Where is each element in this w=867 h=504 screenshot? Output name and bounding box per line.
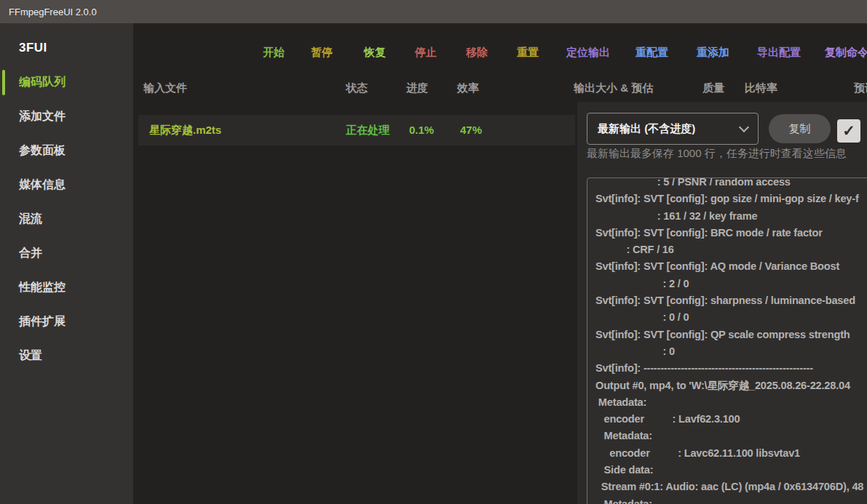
log-line: Svt[info]: -----------------------------… <box>595 360 867 377</box>
log-output-box[interactable]: : 5 / PSNR / random access Svt[info]: SV… <box>587 177 867 504</box>
log-line: Metadata: <box>595 394 867 411</box>
main-content: 开始 暂停 恢复 停止 移除 重置 定位输出 重配置 重添加 导出配置 复制命令… <box>133 23 867 504</box>
queue-row[interactable]: 星际穿越.m2ts 正在处理 0.1% 47% <box>138 115 575 145</box>
locate-output-button[interactable]: 定位输出 <box>566 45 610 60</box>
sidebar-item-settings[interactable]: 设置 <box>0 339 133 373</box>
log-lines: : 5 / PSNR / random access Svt[info]: SV… <box>595 177 867 504</box>
sidebar-item-label: 编码队列 <box>19 75 66 90</box>
sidebar-item-mux[interactable]: 混流 <box>0 202 133 236</box>
stop-button[interactable]: 停止 <box>415 45 437 60</box>
log-line: Svt[info]: SVT [config]: BRC mode / rate… <box>595 225 867 241</box>
log-line: : 0 <box>595 343 867 360</box>
log-line: Side data: <box>595 462 867 479</box>
pause-button[interactable]: 暂停 <box>311 45 333 60</box>
log-line: : 161 / 32 / key frame <box>595 208 867 225</box>
sidebar-item-performance-monitor[interactable]: 性能监控 <box>0 271 133 305</box>
row-progress: 0.1% <box>409 124 434 137</box>
re-add-button[interactable]: 重添加 <box>697 45 729 60</box>
sidebar-item-plugin-extensions[interactable]: 插件扩展 <box>0 305 133 339</box>
column-header-output-size: 输出大小 & 预估 <box>574 81 653 95</box>
log-line: Svt[info]: SVT [config]: QP scale compre… <box>595 327 867 343</box>
active-indicator-bar <box>2 70 5 95</box>
log-hint-text: 最新输出最多保存 1000 行，任务进行时查看这些信息 <box>587 147 847 161</box>
log-line: : CRF / 16 <box>595 241 867 258</box>
app-body: 3FUI 编码队列 添加文件 参数面板 媒体信息 混流 合并 性能监控 <box>0 23 867 504</box>
sidebar-item-label: 媒体信息 <box>19 177 66 193</box>
log-line: : 5 / PSNR / random access <box>595 177 867 191</box>
output-mode-value: 最新输出 (不含进度) <box>598 122 740 136</box>
log-line: encoder : Lavf62.3.100 <box>595 411 867 428</box>
row-input-filename: 星际穿越.m2ts <box>149 124 221 137</box>
sidebar-item-label: 合并 <box>19 246 42 261</box>
reconfigure-button[interactable]: 重配置 <box>636 45 668 60</box>
log-line: Svt[info]: SVT [config]: AQ mode / Varia… <box>595 258 867 275</box>
log-line: Output #0, mp4, to 'W:\星际穿越_2025.08.26-2… <box>595 377 867 394</box>
checkmark-icon: ✓ <box>842 122 855 140</box>
app-logo: 3FUI <box>0 23 133 55</box>
column-header-progress: 进度 <box>406 81 428 95</box>
sidebar-item-parameter-panel[interactable]: 参数面板 <box>0 134 133 168</box>
output-mode-select[interactable]: 最新输出 (不含进度) <box>587 113 759 145</box>
column-header-quality: 质量 <box>702 81 724 95</box>
log-line: Stream #0:1: Audio: aac (LC) (mp4a / 0x6… <box>595 479 867 495</box>
sidebar-item-label: 添加文件 <box>19 109 66 124</box>
sidebar-item-label: 设置 <box>19 348 42 364</box>
sidebar-item-add-files[interactable]: 添加文件 <box>0 100 133 134</box>
sidebar-item-label: 插件扩展 <box>19 314 66 329</box>
window-title: FFmpegFreeUI 2.0.0 <box>9 7 97 17</box>
sidebar-item-encode-queue[interactable]: 编码队列 <box>0 65 133 100</box>
resume-button[interactable]: 恢复 <box>364 45 386 60</box>
log-line: : 2 / 0 <box>595 276 867 292</box>
row-efficiency: 47% <box>460 124 482 137</box>
log-line: Metadata: <box>595 496 867 504</box>
window-titlebar: FFmpegFreeUI 2.0.0 <box>0 0 867 23</box>
sidebar-item-label: 参数面板 <box>19 143 66 159</box>
log-line: encoder : Lavc62.11.100 libsvtav1 <box>595 445 867 462</box>
log-line: Metadata: <box>595 428 867 444</box>
sidebar-nav: 编码队列 添加文件 参数面板 媒体信息 混流 合并 性能监控 插件扩展 <box>0 65 133 373</box>
sidebar-item-label: 混流 <box>19 212 42 227</box>
row-status: 正在处理 <box>346 124 389 137</box>
log-line: Svt[info]: SVT [config]: gop size / mini… <box>595 191 867 207</box>
output-panel: 最新输出 (不含进度) 复制 ✓ 最新输出最多保存 1000 行，任务进行时查看… <box>577 102 867 504</box>
start-button[interactable]: 开始 <box>263 45 285 60</box>
remove-button[interactable]: 移除 <box>466 45 488 60</box>
copy-command-button[interactable]: 复制命令 <box>825 45 867 60</box>
sidebar-item-merge[interactable]: 合并 <box>0 236 133 271</box>
log-line: : 0 / 0 <box>595 309 867 326</box>
log-line: Svt[info]: SVT [config]: sharpness / lum… <box>595 292 867 309</box>
reset-button[interactable]: 重置 <box>517 45 539 60</box>
sidebar-item-media-info[interactable]: 媒体信息 <box>0 168 133 202</box>
chevron-down-icon <box>739 121 749 132</box>
copy-log-button[interactable]: 复制 <box>769 114 831 143</box>
column-header-efficiency: 效率 <box>457 81 479 95</box>
export-config-button[interactable]: 导出配置 <box>757 45 801 60</box>
autoscroll-checkbox[interactable]: ✓ <box>837 119 860 143</box>
column-header-status: 状态 <box>346 81 368 95</box>
sidebar: 3FUI 编码队列 添加文件 参数面板 媒体信息 混流 合并 性能监控 <box>0 23 133 504</box>
column-header-input-file: 输入文件 <box>143 81 187 95</box>
column-header-eta: 预计 <box>854 81 867 95</box>
sidebar-item-label: 性能监控 <box>19 280 66 295</box>
column-header-bitrate: 比特率 <box>745 81 777 95</box>
